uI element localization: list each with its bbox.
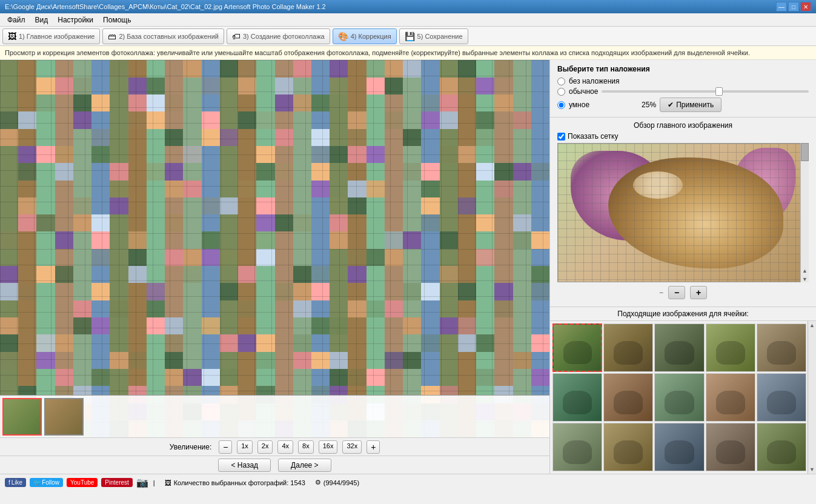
- apply-button[interactable]: ✔ Применить: [660, 98, 721, 112]
- animal-silhouette: [563, 391, 592, 414]
- animal-silhouette: [716, 341, 745, 365]
- next-button[interactable]: Далее >: [278, 459, 331, 472]
- overview-zoom-plus[interactable]: +: [690, 286, 707, 299]
- suitable-image-cell[interactable]: [654, 423, 704, 471]
- main-area: Увеличение: − 1x 2x 4x 8x 16x 32x + < На…: [0, 60, 816, 474]
- overview-zoom-minus[interactable]: −: [668, 286, 685, 299]
- overview-scrollbar[interactable]: ▼ ▲: [800, 143, 809, 282]
- overlay-smart-radio[interactable]: [557, 101, 565, 109]
- zoom-8x-button[interactable]: 8x: [298, 440, 314, 454]
- overlay-normal-row: обычное: [557, 87, 809, 96]
- animal-silhouette: [767, 440, 796, 464]
- twitter-button[interactable]: 🐦 Follow: [30, 478, 63, 487]
- statusbar: f Like 🐦 Follow YouTube Pinterest 📷 | 🖼 …: [0, 474, 816, 491]
- facebook-button[interactable]: f Like: [5, 478, 26, 487]
- suitable-image-cell[interactable]: [706, 323, 755, 372]
- save-icon: 💾: [405, 31, 415, 41]
- animal-silhouette: [563, 341, 592, 364]
- overview-image[interactable]: [557, 143, 809, 282]
- facebook-icon: f: [8, 479, 10, 486]
- step5-button[interactable]: 💾 5) Сохранение: [399, 28, 468, 44]
- camera-icon[interactable]: 📷: [136, 477, 148, 488]
- scroll-up-arrow[interactable]: ▲: [801, 268, 809, 274]
- animal-silhouette: [614, 341, 643, 365]
- zoom-4x-button[interactable]: 4x: [277, 440, 293, 454]
- animal-silhouette: [665, 341, 694, 365]
- infobar: Просмотр и коррекция элементов фотоколла…: [0, 46, 816, 60]
- suitable-image-cell[interactable]: [603, 423, 653, 471]
- suitable-image-cell[interactable]: [552, 373, 602, 422]
- opacity-slider-track[interactable]: [602, 90, 809, 93]
- zoom-1x-button[interactable]: 1x: [237, 440, 253, 454]
- overlay-slider-value: 25%: [642, 101, 656, 109]
- suitable-image-cell[interactable]: [706, 423, 755, 471]
- close-button[interactable]: ✕: [800, 2, 811, 12]
- zoom-16x-button[interactable]: 16x: [319, 440, 338, 454]
- zoom-2x-button[interactable]: 2x: [257, 440, 273, 454]
- suitable-image-cell[interactable]: [706, 373, 755, 422]
- thumbnail-2[interactable]: [44, 398, 84, 436]
- zoom-text: −: [659, 288, 663, 297]
- suitable-image-cell[interactable]: [757, 323, 806, 372]
- minimize-button[interactable]: —: [776, 2, 787, 12]
- titlebar-controls: — □ ✕: [776, 2, 811, 12]
- thumbnail-1[interactable]: [2, 398, 42, 436]
- show-grid-checkbox[interactable]: [557, 133, 565, 141]
- menu-view[interactable]: Вид: [30, 15, 53, 25]
- infobar-text: Просмотр и коррекция элементов фотоколла…: [5, 49, 750, 56]
- suitable-image-cell[interactable]: [757, 373, 806, 422]
- nav-controls: < Назад Далее >: [0, 456, 549, 474]
- pinterest-button[interactable]: Pinterest: [101, 478, 132, 487]
- suitable-image-cell[interactable]: [552, 323, 602, 372]
- twitter-label: Follow: [42, 479, 59, 486]
- overlay-none-radio[interactable]: [557, 78, 565, 85]
- checkmark-icon: ✔: [668, 101, 674, 109]
- zoom-minus-button[interactable]: −: [219, 440, 232, 454]
- suitable-image-cell[interactable]: [552, 423, 602, 471]
- suitable-image-cell[interactable]: [654, 373, 704, 422]
- animal-silhouette: [665, 440, 694, 464]
- database-icon: 🗃: [108, 31, 116, 41]
- toolbar: 🖼 1) Главное изображение 🗃 2) База соста…: [0, 27, 816, 46]
- suitable-image-cell[interactable]: [757, 423, 806, 471]
- youtube-button[interactable]: YouTube: [67, 478, 98, 487]
- animal-silhouette: [563, 440, 592, 464]
- twitter-icon: 🐦: [33, 479, 41, 486]
- suitable-image-cell[interactable]: [603, 323, 653, 372]
- right-panel: Выберите тип наложения без наложения обы…: [549, 60, 816, 474]
- step2-button[interactable]: 🗃 2) База составных изображений: [102, 28, 224, 44]
- scroll-down-arrow[interactable]: ▼: [801, 276, 809, 282]
- step4-button[interactable]: 🎨 4) Коррекция: [333, 28, 397, 44]
- menu-file[interactable]: Файл: [2, 15, 30, 25]
- restore-button[interactable]: □: [788, 2, 799, 12]
- menu-help[interactable]: Помощь: [98, 15, 136, 25]
- animal-silhouette: [767, 391, 796, 414]
- opacity-slider-thumb[interactable]: [715, 87, 723, 96]
- overlay-section: Выберите тип наложения без наложения обы…: [550, 60, 816, 118]
- scroll-down-icon[interactable]: ▼: [808, 466, 816, 474]
- count-icon: 🖼: [165, 479, 171, 486]
- zoom-bar: Увеличение: − 1x 2x 4x 8x 16x 32x +: [0, 437, 549, 456]
- back-button[interactable]: < Назад: [218, 459, 271, 472]
- progress-label: (9944/9945): [323, 479, 359, 486]
- zoom-label: Увеличение:: [170, 443, 211, 451]
- step3-button[interactable]: 🏷 3) Создание фотоколлажа: [227, 28, 330, 44]
- facebook-label: Like: [12, 479, 22, 486]
- animal-silhouette: [614, 440, 643, 464]
- zoom-32x-button[interactable]: 32x: [342, 440, 362, 454]
- step1-button[interactable]: 🖼 1) Главное изображение: [2, 28, 100, 44]
- suitable-scrollbar[interactable]: ▲ ▼: [808, 321, 816, 474]
- menu-settings[interactable]: Настройки: [53, 15, 98, 25]
- titlebar: E:\Google Диск\ArtensoftShare\Collages_A…: [0, 0, 816, 13]
- overview-scrollbar-thumb[interactable]: [801, 143, 809, 161]
- overlay-none-label: без наложения: [569, 77, 620, 85]
- overlay-smart-row: умное 25% ✔ Применить: [557, 98, 809, 112]
- scroll-up-icon[interactable]: ▲: [808, 321, 816, 328]
- suitable-image-cell[interactable]: [603, 373, 653, 422]
- status-info: ⚙ (9944/9945): [315, 479, 359, 486]
- suitable-image-cell[interactable]: [654, 323, 704, 372]
- mosaic-canvas: [0, 60, 549, 437]
- zoom-plus-button[interactable]: +: [367, 440, 380, 454]
- overlay-normal-radio[interactable]: [557, 88, 565, 96]
- collage-area[interactable]: [0, 60, 549, 437]
